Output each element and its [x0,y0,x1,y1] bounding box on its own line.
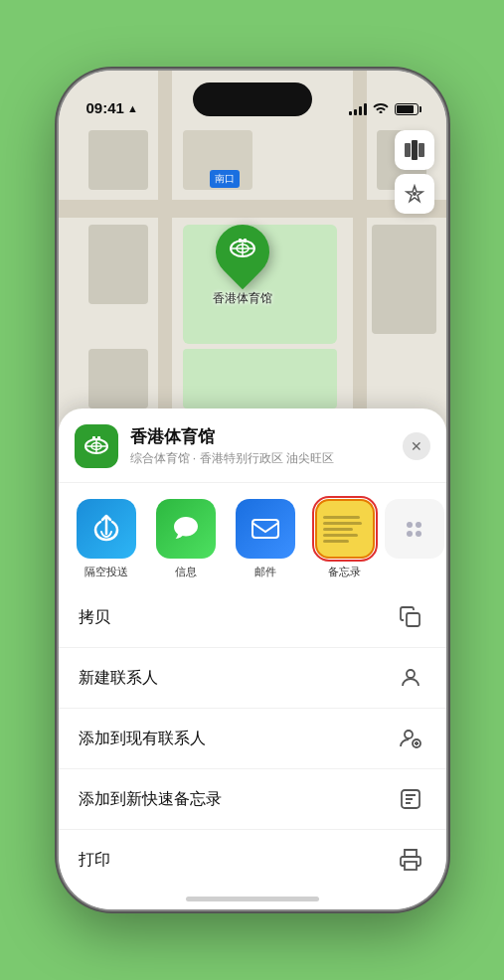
messages-label: 信息 [175,565,197,579]
mail-icon [236,499,295,559]
share-more[interactable] [385,499,444,579]
map-block-7 [88,349,148,408]
svg-rect-1 [412,140,418,160]
battery-fill [397,105,414,113]
signal-bars [349,103,367,115]
bottom-sheet: 香港体育馆 综合体育馆 · 香港特别行政区 油尖旺区 ✕ 隔空投送 [59,408,446,909]
svg-rect-14 [92,436,95,440]
stadium-pin[interactable]: 香港体育馆 [213,225,272,307]
svg-point-19 [405,731,413,738]
signal-bar-2 [354,109,357,115]
airdrop-icon [77,499,136,559]
signal-bar-1 [349,111,352,115]
venue-info: 香港体育馆 综合体育馆 · 香港特别行政区 油尖旺区 [130,425,391,467]
svg-point-18 [407,670,415,678]
map-controls [395,130,434,218]
share-messages[interactable]: 信息 [146,499,226,579]
location-icon: ▲ [127,102,138,114]
svg-rect-22 [405,862,417,870]
print-icon [395,844,426,876]
signal-bar-4 [364,103,367,115]
location-button[interactable] [395,174,434,214]
svg-rect-17 [407,613,420,626]
add-notes-icon [395,783,426,815]
venue-icon [75,424,118,468]
add-notes-action[interactable]: 添加到新快速备忘录 [59,769,446,830]
map-label-text: 南口 [215,173,235,184]
share-mail[interactable]: 邮件 [226,499,305,579]
map-label: 南口 [210,170,240,188]
new-contact-label: 新建联系人 [79,668,158,689]
venue-subtitle: 综合体育馆 · 香港特别行政区 油尖旺区 [130,450,391,467]
venue-header: 香港体育馆 综合体育馆 · 香港特别行政区 油尖旺区 ✕ [59,424,446,483]
pin-bubble [204,214,279,289]
print-label: 打印 [79,850,110,871]
home-indicator [186,897,319,901]
status-time: 09:41 ▲ [86,99,138,116]
wifi-icon [373,101,389,116]
copy-icon [395,601,426,633]
mail-label: 邮件 [254,565,276,579]
svg-rect-15 [97,436,100,440]
battery-icon [395,103,419,115]
map-block-6 [372,225,436,334]
add-existing-label: 添加到现有联系人 [79,729,206,749]
share-airdrop[interactable]: 隔空投送 [67,499,146,579]
svg-rect-16 [252,520,278,538]
more-icon [385,499,444,559]
action-list: 拷贝 新建联系人 [59,587,446,909]
notes-icon [315,499,375,559]
add-existing-action[interactable]: 添加到现有联系人 [59,709,446,769]
new-contact-icon [395,662,426,694]
copy-action[interactable]: 拷贝 [59,587,446,648]
svg-rect-2 [419,143,424,157]
svg-point-3 [413,192,417,196]
signal-bar-3 [359,106,362,115]
add-notes-label: 添加到新快速备忘录 [79,789,222,810]
notes-label: 备忘录 [328,565,361,579]
share-row: 隔空投送 信息 邮件 [59,483,446,587]
messages-icon [156,499,216,559]
phone-frame: 09:41 ▲ [59,71,446,909]
clock: 09:41 [86,99,124,116]
copy-label: 拷贝 [79,607,110,628]
print-action[interactable]: 打印 [59,830,446,890]
map-block-4 [88,225,148,304]
status-icons [349,101,419,116]
airdrop-label: 隔空投送 [84,565,128,579]
share-notes[interactable]: 备忘录 [305,499,385,579]
map-block-8 [183,349,337,408]
pin-bubble-inner [229,235,256,268]
pin-label: 香港体育馆 [213,290,272,307]
close-button[interactable]: ✕ [403,432,430,460]
svg-rect-0 [405,143,411,157]
map-type-button[interactable] [395,130,434,170]
map-road-h [59,200,446,218]
add-existing-icon [395,723,426,754]
venue-name: 香港体育馆 [130,425,391,448]
new-contact-action[interactable]: 新建联系人 [59,648,446,709]
map-block-1 [88,130,148,190]
dynamic-island [193,82,312,116]
